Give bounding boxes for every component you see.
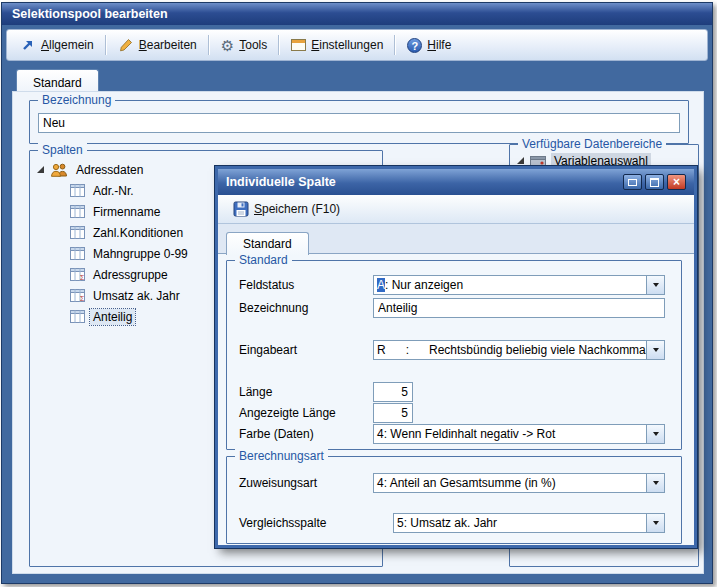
feldstatus-label: Feldstatus <box>239 278 294 292</box>
hilfe-label: Hilfe <box>427 38 451 52</box>
svg-text:Σ: Σ <box>80 295 85 302</box>
gear-icon: ⚙ <box>221 38 234 53</box>
dialog-content: Standard Feldstatus A: Nur anzeigen Beze… <box>218 253 694 545</box>
eingabeart-combobox[interactable]: R : Rechtsbündig beliebig viele Nachkomm… <box>373 340 665 360</box>
vergleichsspalte-label: Vergleichsspalte <box>239 516 326 530</box>
tree-node-label: Adressdaten <box>73 162 146 178</box>
farbe-value: 4: Wenn Feldinhalt negativ -> Rot <box>374 425 646 443</box>
expanded-triangle-icon[interactable] <box>36 165 45 174</box>
dialog-bezeichnung-input[interactable] <box>373 298 665 318</box>
dialog-toolbar: Speichern (F10) <box>218 195 694 224</box>
bezeichnung-row: Bezeichnung <box>239 298 669 318</box>
dialog-title: Individuelle Spalte <box>226 175 623 189</box>
dialog-titlebar: Individuelle Spalte × <box>218 169 694 195</box>
tools-button[interactable]: ⚙ Tools <box>212 33 276 57</box>
angezeigte-laenge-row: Angezeigte Länge <box>239 403 669 423</box>
save-button-label: Speichern (F10) <box>254 202 340 216</box>
laenge-label: Länge <box>239 385 272 399</box>
save-button[interactable]: Speichern (F10) <box>224 197 349 221</box>
toolbar-separator <box>208 35 210 55</box>
main-window-title: Selektionspool bearbeiten <box>12 7 168 21</box>
feldstatus-row: Feldstatus A: Nur anzeigen <box>239 275 669 295</box>
tree-item-label: Adr.-Nr. <box>90 183 137 199</box>
arrow-up-right-icon <box>20 37 36 53</box>
dropdown-arrow-icon[interactable] <box>646 276 664 294</box>
tools-label: Tools <box>239 38 267 52</box>
einstellungen-label: Einstellungen <box>311 38 383 52</box>
tab-standard[interactable]: Standard <box>16 69 99 93</box>
laenge-row: Länge <box>239 382 669 402</box>
vergleichsspalte-combobox[interactable]: 5: Umsatz ak. Jahr <box>393 513 665 533</box>
angezeigte-laenge-input[interactable] <box>373 403 413 423</box>
zuweisungsart-combobox[interactable]: 4: Anteil an Gesamtsumme (in %) <box>373 473 665 493</box>
tab-standard-label: Standard <box>33 76 82 90</box>
allgemein-button[interactable]: Allgemein <box>11 33 103 57</box>
columns-icon <box>70 205 85 218</box>
maximize-icon[interactable] <box>645 174 664 190</box>
toolbar-separator <box>278 35 280 55</box>
dialog-tab-standard[interactable]: Standard <box>226 232 309 255</box>
main-tabstrip: Standard <box>2 69 712 93</box>
save-floppy-icon <box>233 201 249 217</box>
angezeigte-laenge-label: Angezeigte Länge <box>239 406 336 420</box>
einstellungen-button[interactable]: Einstellungen <box>282 33 392 57</box>
vergleichsspalte-row: Vergleichsspalte 5: Umsatz ak. Jahr <box>239 513 669 533</box>
minimize-icon[interactable] <box>623 174 642 190</box>
bezeichnung-input[interactable] <box>38 113 680 133</box>
columns-icon <box>70 247 85 260</box>
bearbeiten-button[interactable]: Bearbeiten <box>109 33 206 57</box>
minimize-glyph <box>628 179 637 186</box>
columns-icon <box>70 184 85 197</box>
tree-item-label: Adressgruppe <box>90 267 171 283</box>
laenge-input[interactable] <box>373 382 413 402</box>
feldstatus-combobox[interactable]: A: Nur anzeigen <box>373 275 665 295</box>
screen: Selektionspool bearbeiten Allgemein Bear… <box>0 0 717 587</box>
berechnungsart-group: Berechnungsart Zuweisungsart 4: Anteil a… <box>226 456 682 544</box>
toolbar-separator <box>394 35 396 55</box>
dialog-tab-label: Standard <box>243 237 292 251</box>
farbe-combobox[interactable]: 4: Wenn Feldinhalt negativ -> Rot <box>373 424 665 444</box>
main-toolbar: Allgemein Bearbeiten ⚙ Tools Einstellung… <box>6 29 708 61</box>
eingabeart-row: Eingabeart R : Rechtsbündig beliebig vie… <box>239 340 669 360</box>
dropdown-arrow-icon[interactable] <box>646 474 664 492</box>
zuweisungsart-label: Zuweisungsart <box>239 476 317 490</box>
vergleichsspalte-value: 5: Umsatz ak. Jahr <box>394 514 646 532</box>
columns-icon <box>70 226 85 239</box>
svg-text:Σ: Σ <box>80 274 85 281</box>
standard-group: Standard Feldstatus A: Nur anzeigen Beze… <box>226 260 682 450</box>
berechnungsart-group-label: Berechnungsart <box>235 449 328 463</box>
allgemein-label: Allgemein <box>41 38 94 52</box>
maximize-glyph <box>650 178 659 187</box>
tree-item-label: Firmenname <box>90 204 163 220</box>
columns-sum-icon: Σ <box>70 268 85 281</box>
eingabeart-value: R : Rechtsbündig beliebig viele Nachkomm… <box>374 341 646 359</box>
tree-item-label: Zahl.Konditionen <box>90 225 186 241</box>
farbe-row: Farbe (Daten) 4: Wenn Feldinhalt negativ… <box>239 424 669 444</box>
dropdown-arrow-icon[interactable] <box>646 425 664 443</box>
dialog-window-buttons: × <box>623 174 686 190</box>
feldstatus-value: A: Nur anzeigen <box>374 276 646 294</box>
settings-window-icon <box>291 39 306 51</box>
help-icon: ? <box>407 38 422 53</box>
toolbar-separator <box>105 35 107 55</box>
close-icon[interactable]: × <box>667 174 686 190</box>
tree-item-label: Mahngruppe 0-99 <box>90 246 191 262</box>
tree-item-label-selected: Anteilig <box>90 309 135 325</box>
individuelle-spalte-dialog: Individuelle Spalte × Speichern (F10) <box>215 166 697 548</box>
dialog-tabstrip: Standard <box>218 224 694 254</box>
eingabeart-label: Eingabeart <box>239 343 297 357</box>
dialog-bezeichnung-label: Bezeichnung <box>239 301 308 315</box>
hilfe-button[interactable]: ? Hilfe <box>398 33 460 57</box>
pencil-icon <box>118 37 134 53</box>
bezeichnung-group-label: Bezeichnung <box>38 93 115 107</box>
zuweisungsart-value: 4: Anteil an Gesamtsumme (in %) <box>374 474 646 492</box>
tree-item-label: Umsatz ak. Jahr <box>90 288 183 304</box>
dropdown-arrow-icon[interactable] <box>646 341 664 359</box>
bearbeiten-label: Bearbeiten <box>139 38 197 52</box>
expanded-triangle-icon[interactable] <box>516 156 525 165</box>
contacts-icon <box>50 163 68 177</box>
dropdown-arrow-icon[interactable] <box>646 514 664 532</box>
zuweisungsart-row: Zuweisungsart 4: Anteil an Gesamtsumme (… <box>239 473 669 493</box>
standard-group-label: Standard <box>235 253 292 267</box>
farbe-label: Farbe (Daten) <box>239 427 314 441</box>
